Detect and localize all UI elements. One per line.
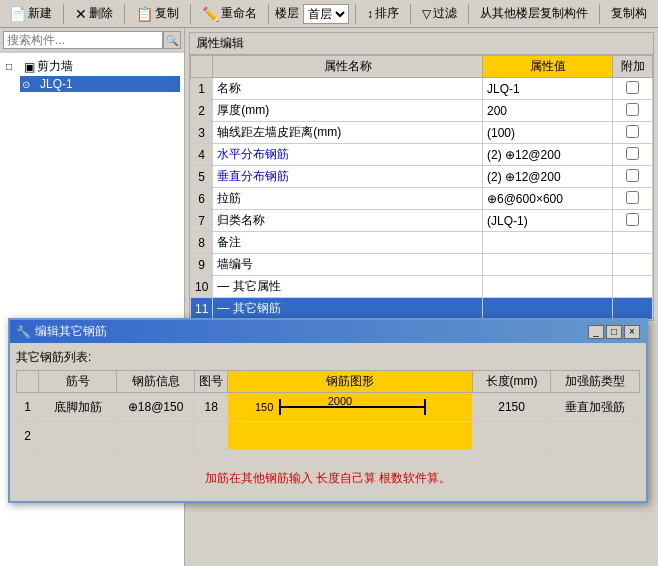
attr-row-value[interactable]: [483, 276, 613, 298]
attr-row[interactable]: 8备注: [191, 232, 653, 254]
attr-row-num: 7: [191, 210, 213, 232]
attr-row-name: — 其它钢筋: [213, 298, 483, 320]
attr-row[interactable]: 2厚度(mm)200: [191, 100, 653, 122]
rebar-length: [473, 422, 551, 450]
dialog-close-button[interactable]: ×: [624, 325, 640, 339]
attr-row-value[interactable]: (2) ⊕12@200: [483, 166, 613, 188]
rename-button[interactable]: ✏️ 重命名: [197, 2, 262, 25]
attr-row-value[interactable]: 200: [483, 100, 613, 122]
copy-struct-label: 复制构: [611, 5, 647, 22]
attr-row-name: 拉筋: [213, 188, 483, 210]
attr-row-value[interactable]: JLQ-1: [483, 78, 613, 100]
new-button[interactable]: 📄 新建: [4, 2, 57, 25]
attr-row-checkbox-cell: [613, 210, 653, 232]
copy-struct-button[interactable]: 复制构: [606, 2, 652, 25]
rebar-col-num: [17, 371, 39, 393]
attr-row-value[interactable]: (100): [483, 122, 613, 144]
new-icon: 📄: [9, 6, 26, 22]
attr-row-value[interactable]: (JLQ-1): [483, 210, 613, 232]
attr-row[interactable]: 6拉筋⊕6@600×600: [191, 188, 653, 210]
search-input[interactable]: [3, 31, 163, 49]
rename-label: 重命名: [221, 5, 257, 22]
attr-row-value[interactable]: [483, 232, 613, 254]
attr-row[interactable]: 5垂直分布钢筋(2) ⊕12@200: [191, 166, 653, 188]
rebar-row[interactable]: 1底脚加筋⊕18@15018 150 2000 2150垂直加强筋: [17, 393, 640, 422]
rebar-col-diagram: 图号: [195, 371, 228, 393]
tree-root[interactable]: □ ▣ 剪力墙: [4, 57, 180, 76]
attr-editor: 属性编辑 属性名称 属性值 附加 1名称JLQ-12厚度(mm)2003轴线距左…: [189, 32, 654, 321]
attr-row-checkbox[interactable]: [626, 147, 639, 160]
attr-row-name: 备注: [213, 232, 483, 254]
attr-row-name: 轴线距左墙皮距离(mm): [213, 122, 483, 144]
attr-row-checkbox[interactable]: [626, 169, 639, 182]
attr-row-name: 水平分布钢筋: [213, 144, 483, 166]
tree-item-jlq1[interactable]: ⊙ JLQ-1: [20, 76, 180, 92]
attr-editor-title: 属性编辑: [196, 36, 244, 50]
attr-row-checkbox-cell: [613, 166, 653, 188]
copy-from-label: 从其他楼层复制构件: [480, 5, 588, 22]
attr-row-checkbox-cell: [613, 276, 653, 298]
attr-row-checkbox[interactable]: [626, 81, 639, 94]
copy-icon: 📋: [136, 6, 153, 22]
delete-label: 删除: [89, 5, 113, 22]
attr-row-num: 8: [191, 232, 213, 254]
rebar-length: 2150: [473, 393, 551, 422]
attr-row-num: 4: [191, 144, 213, 166]
dialog-note: 加筋在其他钢筋输入 长度自己算 根数软件算。: [16, 450, 640, 495]
dialog-title: 编辑其它钢筋: [35, 323, 107, 340]
attr-row[interactable]: 3轴线距左墙皮距离(mm)(100): [191, 122, 653, 144]
rebar-col-type: 加强筋类型: [551, 371, 640, 393]
attr-row[interactable]: 11— 其它钢筋: [191, 298, 653, 320]
rebar-diagram: [195, 422, 228, 450]
folder-icon: ▣: [24, 60, 35, 74]
rebar-info: ⊕18@150: [117, 393, 195, 422]
copy-button[interactable]: 📋 复制: [131, 2, 184, 25]
attr-row-num: 3: [191, 122, 213, 144]
copy-from-button[interactable]: 从其他楼层复制构件: [475, 2, 593, 25]
new-label: 新建: [28, 5, 52, 22]
filter-button[interactable]: ▽ 过滤: [417, 2, 462, 25]
attr-row-value[interactable]: (2) ⊕12@200: [483, 144, 613, 166]
sort-label: 排序: [375, 5, 399, 22]
attr-row-value[interactable]: [483, 298, 613, 320]
dialog-maximize-button[interactable]: □: [606, 325, 622, 339]
attr-row-checkbox[interactable]: [626, 191, 639, 204]
shape-middle-label: 2000: [328, 395, 352, 407]
rebar-col-length: 长度(mm): [473, 371, 551, 393]
attr-row[interactable]: 4水平分布钢筋(2) ⊕12@200: [191, 144, 653, 166]
rebar-num: 1: [17, 393, 39, 422]
floor-select[interactable]: 首层 二层: [303, 4, 349, 24]
sep1: [63, 4, 64, 24]
attr-row-value[interactable]: ⊕6@600×600: [483, 188, 613, 210]
sep7: [468, 4, 469, 24]
dialog-minimize-button[interactable]: _: [588, 325, 604, 339]
attr-row[interactable]: 10— 其它属性: [191, 276, 653, 298]
delete-button[interactable]: ✕ 删除: [70, 2, 118, 25]
attr-row[interactable]: 1名称JLQ-1: [191, 78, 653, 100]
rebar-dialog: 🔧 编辑其它钢筋 _ □ × 其它钢筋列表: 筋号 钢筋信息 图号 钢筋图形: [8, 318, 648, 503]
rebar-num: 2: [17, 422, 39, 450]
attr-row-name: 厚度(mm): [213, 100, 483, 122]
rebar-type: [551, 422, 640, 450]
attr-row[interactable]: 7归类名称(JLQ-1): [191, 210, 653, 232]
attr-row-checkbox-cell: [613, 188, 653, 210]
shape-left-label: 150: [255, 401, 273, 413]
expand-icon: □: [6, 61, 22, 72]
attr-row-name: — 其它属性: [213, 276, 483, 298]
rebar-col-barid: 筋号: [39, 371, 117, 393]
attr-row[interactable]: 9墙编号: [191, 254, 653, 276]
search-button[interactable]: 🔍: [163, 31, 181, 49]
rebar-barid: 底脚加筋: [39, 393, 117, 422]
dialog-content: 其它钢筋列表: 筋号 钢筋信息 图号 钢筋图形 长度(mm) 加强筋类型 1底脚…: [10, 343, 646, 501]
col-value-header: 属性值: [483, 56, 613, 78]
rebar-type: 垂直加强筋: [551, 393, 640, 422]
attr-row-checkbox[interactable]: [626, 125, 639, 138]
rebar-row[interactable]: 2: [17, 422, 640, 450]
dialog-icon: 🔧: [16, 325, 31, 339]
attr-row-checkbox[interactable]: [626, 213, 639, 226]
sep8: [599, 4, 600, 24]
attr-row-value[interactable]: [483, 254, 613, 276]
attr-row-checkbox[interactable]: [626, 103, 639, 116]
rebar-table: 筋号 钢筋信息 图号 钢筋图形 长度(mm) 加强筋类型 1底脚加筋⊕18@15…: [16, 370, 640, 450]
sort-button[interactable]: ↕ 排序: [362, 2, 404, 25]
